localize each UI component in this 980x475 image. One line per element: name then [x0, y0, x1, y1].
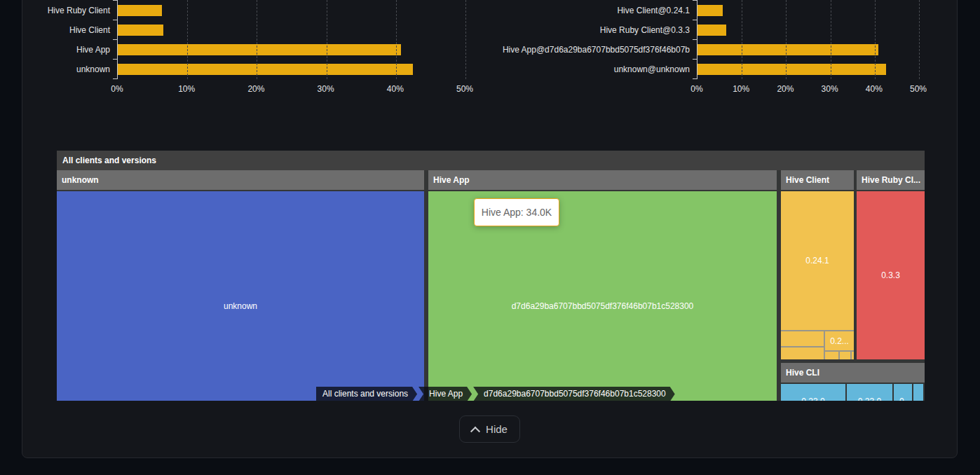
gridline	[465, 0, 466, 79]
y-axis-label: Hive Ruby Client@0.3.3	[600, 20, 690, 40]
axis-tick	[113, 59, 117, 60]
gridline	[327, 0, 327, 79]
axis-tick	[693, 20, 697, 20]
y-axis: Hive Ruby ClientHive ClientHive Appunkno…	[14, 0, 114, 79]
bar-Hive Ruby Client[interactable]	[118, 5, 162, 16]
x-axis-tick-label: 10%	[733, 84, 749, 94]
breadcrumb-item-root[interactable]: All clients and versions	[316, 387, 417, 401]
plot-area	[697, 0, 919, 79]
axis-tick	[693, 39, 697, 40]
treemap-block-cli-2[interactable]: 0.23.0	[847, 384, 892, 401]
treemap-block-cli-1[interactable]: 0.23.0	[781, 384, 845, 401]
x-axis-tick-label: 30%	[318, 84, 334, 94]
treemap-group-hive-ruby-client: Hive Ruby Cl... 0.3.3	[857, 170, 925, 359]
gridline	[786, 0, 787, 79]
axis-tick	[113, 78, 117, 79]
treemap-breadcrumb: All clients and versions Hive App d7d6a2…	[316, 387, 675, 401]
treemap-group-unknown: unknown unknown	[57, 170, 424, 401]
hide-button-label: Hide	[486, 423, 508, 435]
x-axis: 0%10%20%30%40%50%	[117, 84, 465, 95]
x-axis-tick-label: 0%	[690, 84, 702, 94]
axis-tick	[113, 0, 117, 1]
axis-tick	[113, 39, 117, 40]
plot-area	[117, 0, 465, 79]
bar-unknown@unknown[interactable]	[697, 64, 886, 75]
treemap-group-header[interactable]: Hive CLI	[781, 363, 925, 383]
tooltip-text: Hive App: 34.0K	[482, 207, 552, 218]
treemap-group-hive-cli: Hive CLI 0.23.0 0.23.0 0.	[781, 363, 925, 401]
bar-Hive Ruby Client@0.3.3[interactable]	[697, 25, 726, 36]
breadcrumb-item-hive-app[interactable]: Hive App	[418, 387, 472, 401]
treemap-block[interactable]	[781, 347, 824, 359]
treemap-block-label: d7d6a29ba6707bbd5075df376f46b07b1c528300	[512, 301, 694, 311]
treemap-root-header[interactable]: All clients and versions	[57, 151, 925, 170]
x-axis-tick-label: 50%	[910, 84, 927, 94]
x-axis-tick-label: 0%	[111, 84, 123, 94]
y-axis: Hive Client@0.24.1Hive Ruby Client@0.3.3…	[487, 0, 693, 79]
x-axis-tick-label: 50%	[456, 84, 473, 94]
treemap-block-cli-4[interactable]	[913, 384, 923, 401]
axis-tick	[693, 78, 697, 79]
y-axis-label: unknown@unknown	[614, 60, 690, 79]
bar-Hive App[interactable]	[118, 44, 401, 55]
gridline	[187, 0, 188, 79]
x-axis-tick-label: 10%	[178, 84, 195, 94]
bar-Hive Client[interactable]	[118, 25, 163, 36]
treemap-block-0-2[interactable]: 0.2...	[825, 331, 854, 350]
axis-tick	[693, 59, 697, 60]
treemap-block[interactable]	[825, 352, 838, 359]
x-axis-tick-label: 40%	[387, 84, 404, 94]
axis-tick	[693, 0, 697, 1]
gridline	[396, 0, 397, 79]
axis-tick	[113, 20, 117, 20]
treemap-block-0-24-1[interactable]: 0.24.1	[781, 191, 854, 330]
bar-Hive Client@0.24.1[interactable]	[697, 5, 723, 16]
treemap-block-label: unknown	[224, 301, 257, 311]
x-axis-tick-label: 20%	[777, 84, 794, 94]
breadcrumb-item-hash[interactable]: d7d6a29ba6707bbd5075df376f46b07b1c528300	[473, 387, 675, 401]
y-axis-label: Hive App	[76, 40, 110, 60]
treemap-block-0-3-3[interactable]: 0.3.3	[857, 191, 925, 359]
chevron-up-icon	[470, 426, 480, 436]
x-axis-tick-label: 40%	[866, 84, 883, 94]
treemap-subgrid: 0.23.0 0.23.0 0.	[781, 384, 925, 401]
dashboard-screen: Hive Ruby ClientHive ClientHive Appunkno…	[0, 0, 980, 475]
treemap-block[interactable]	[781, 331, 824, 346]
gridline	[742, 0, 742, 79]
bar-unknown[interactable]	[118, 64, 413, 75]
tooltip: Hive App: 34.0K	[474, 198, 559, 226]
treemap-all-clients: All clients and versions unknown unknown…	[57, 151, 925, 401]
treemap-group-header[interactable]: Hive Ruby Cl...	[857, 170, 925, 190]
treemap-group-header[interactable]: Hive App	[428, 170, 777, 190]
y-axis-label: unknown	[76, 60, 110, 79]
treemap-subgrid: 0.24.1 0.2...	[781, 191, 854, 359]
treemap-group-hive-client: Hive Client 0.24.1 0.2...	[781, 170, 854, 359]
treemap-group-header[interactable]: unknown	[57, 170, 424, 190]
treemap-block[interactable]	[852, 352, 854, 359]
gridline	[919, 0, 920, 79]
y-axis-label: Hive Client	[69, 20, 110, 40]
y-axis-label: Hive Ruby Client	[48, 1, 110, 20]
y-axis-label: Hive Client@0.24.1	[617, 1, 690, 20]
gridline	[875, 0, 876, 79]
treemap-block-unknown[interactable]: unknown	[57, 191, 424, 401]
x-axis-tick-label: 30%	[822, 84, 838, 94]
treemap-block-cli-3[interactable]: 0.	[894, 384, 912, 401]
x-axis: 0%10%20%30%40%50%	[697, 84, 918, 95]
y-axis-label: Hive App@d7d6a29ba6707bbd5075df376f46b07…	[503, 40, 690, 60]
hide-button[interactable]: Hide	[459, 415, 520, 443]
gridline	[257, 0, 257, 79]
treemap-block[interactable]	[840, 352, 850, 359]
treemap-group-header[interactable]: Hive Client	[781, 170, 854, 190]
x-axis-tick-label: 20%	[247, 84, 264, 94]
gridline	[831, 0, 831, 79]
bar-Hive App@d7d6a29ba6707bbd5075df376f46b07b[interactable]	[697, 44, 878, 55]
